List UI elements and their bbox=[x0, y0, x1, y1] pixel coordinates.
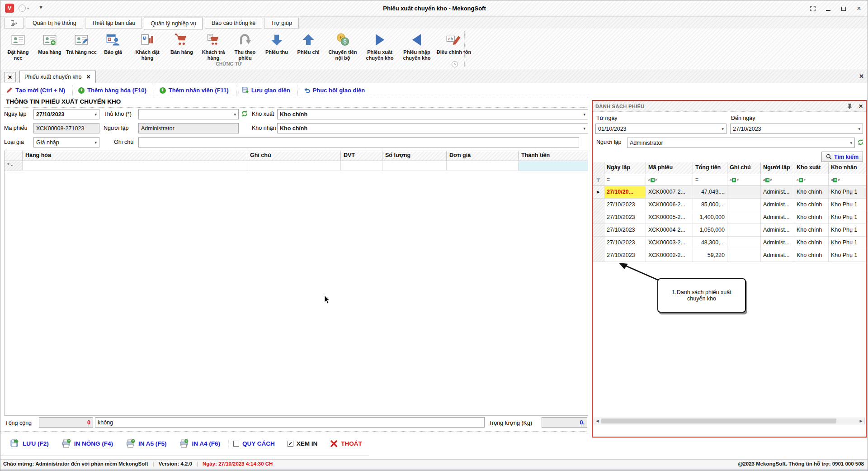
exit-button[interactable]: THOÁT bbox=[326, 440, 370, 447]
ribbon-item-phieu-xuat-chuyen-kho[interactable]: Phiếu xuất chuyển kho bbox=[361, 31, 398, 62]
refresh-icon[interactable] bbox=[857, 139, 864, 147]
den-ngay-field[interactable]: 27/10/2023 ▾ bbox=[730, 124, 863, 134]
ribbon-item-khach-tra-hang[interactable]: Khách trả hàng bbox=[198, 31, 229, 62]
menu-tab-quan-ly-nghiep-vu[interactable]: Quản lý nghiệp vụ bbox=[144, 18, 203, 29]
grid-col-dvt[interactable]: ĐVT bbox=[341, 151, 382, 161]
close-button[interactable]: × bbox=[855, 5, 863, 13]
close-tab-icon[interactable]: ✕ bbox=[86, 74, 90, 80]
ghi-chu-field[interactable] bbox=[138, 137, 579, 147]
ribbon-item-chuyen-tien-noi-bo[interactable]: €$ Chuyển tiền nội bộ bbox=[324, 31, 361, 62]
ribbon-item-thu-theo-phieu[interactable]: Thu theo phiếu bbox=[229, 31, 261, 62]
xem-in-checkbox[interactable]: ✓ XEM IN bbox=[283, 440, 326, 447]
col-tong-tien[interactable]: Tổng tiền bbox=[693, 162, 727, 174]
menu-tab-quan-tri-he-thong[interactable]: Quản trị hệ thống bbox=[26, 18, 83, 29]
chevron-down-icon[interactable]: ▾ bbox=[234, 112, 236, 117]
col-kho-nhan[interactable]: Kho nhận bbox=[829, 162, 866, 174]
filter-ghi-chu[interactable]: abc bbox=[727, 174, 761, 186]
filter-nguoi-lap[interactable]: abc bbox=[761, 174, 794, 186]
pin-icon[interactable] bbox=[847, 103, 852, 109]
print-hot-button[interactable]: ? IN NÓNG (F4) bbox=[57, 439, 121, 448]
save-layout-button[interactable]: Lưu giao diện bbox=[236, 86, 298, 95]
ribbon-item-khach-dat-hang[interactable]: Khách đặt hàng bbox=[129, 31, 166, 62]
tab-strip-close-button[interactable]: ✕ bbox=[859, 73, 864, 80]
new-record-button[interactable]: Tạo mới (Ctrl + N) bbox=[5, 86, 73, 95]
scrollbar-thumb[interactable] bbox=[601, 419, 836, 423]
save-button[interactable]: LƯU (F2) bbox=[6, 439, 57, 448]
quy-cach-checkbox[interactable]: QUY CÁCH bbox=[228, 440, 283, 447]
chevron-down-icon[interactable]: ▾ bbox=[583, 112, 585, 117]
chevron-down-icon[interactable]: ▾ bbox=[850, 141, 852, 145]
ribbon-item-bao-gia[interactable]: Báo giá bbox=[97, 31, 129, 56]
filter-kho-nhan[interactable]: abc bbox=[829, 174, 866, 186]
chevron-down-icon[interactable]: ▾ bbox=[583, 126, 585, 131]
chevron-down-icon[interactable]: ▾ bbox=[722, 127, 724, 131]
tu-ngay-field[interactable]: 01/10/2023 ▾ bbox=[595, 124, 726, 134]
restore-layout-button[interactable]: Phục hồi giao diện bbox=[298, 86, 373, 95]
menu-tab-bao-cao-thong-ke[interactable]: Báo cáo thống kê bbox=[205, 18, 262, 29]
checkbox-checked-icon[interactable]: ✓ bbox=[288, 441, 293, 447]
filter-kho-xuat[interactable]: abc bbox=[794, 174, 829, 186]
ribbon-item-phieu-nhap-chuyen-kho[interactable]: Phiếu nhập chuyển kho bbox=[398, 31, 435, 62]
ribbon-item-dieu-chinh-ton[interactable]: ab Điều chỉnh tồn bbox=[435, 31, 472, 56]
grid-col-thanh-tien[interactable]: Thành tiền bbox=[519, 151, 588, 161]
menu-launcher-button[interactable]: ▾ bbox=[4, 18, 24, 29]
ribbon-collapse-button[interactable]: ˄ bbox=[452, 61, 458, 67]
panel-close-icon[interactable]: ✕ bbox=[859, 103, 863, 109]
checkbox-unchecked-icon[interactable] bbox=[233, 441, 239, 447]
plus-icon: + bbox=[78, 87, 85, 94]
panel-horizontal-scrollbar[interactable]: ◀ ▶ bbox=[594, 418, 865, 424]
grid-col-hang-hoa[interactable]: Hàng hóa bbox=[23, 151, 247, 161]
filter-ngay-lap[interactable]: = bbox=[604, 174, 646, 186]
grid-new-row-cell-thanh-tien[interactable] bbox=[519, 161, 588, 171]
col-kho-xuat[interactable]: Kho xuất bbox=[794, 162, 829, 174]
ngay-lap-field[interactable]: 27/10/2023 ▾ bbox=[33, 109, 99, 119]
kho-nhan-field[interactable]: Kho chính ▾ bbox=[277, 123, 588, 133]
minimize-button[interactable] bbox=[824, 5, 832, 13]
panel-nguoi-lap-field[interactable]: Administrator ▾ bbox=[627, 138, 855, 148]
add-employee-button[interactable]: + Thêm nhân viên (F11) bbox=[154, 86, 236, 95]
menu-tab-thiet-lap-ban-dau[interactable]: Thiết lập ban đầu bbox=[85, 18, 142, 29]
chevron-down-icon[interactable]: ▾ bbox=[858, 127, 860, 131]
refresh-icon[interactable] bbox=[241, 110, 248, 119]
ribbon-item-phieu-thu[interactable]: Phiếu thu bbox=[261, 31, 292, 56]
chevron-down-icon[interactable]: ▾ bbox=[94, 140, 97, 145]
grid-col-ghi-chu[interactable]: Ghi chú bbox=[247, 151, 341, 161]
filter-ma-phieu[interactable]: abc bbox=[646, 174, 693, 186]
col-nguoi-lap[interactable]: Người lập bbox=[761, 162, 794, 174]
filter-tong-tien[interactable]: = bbox=[693, 174, 727, 186]
note-field[interactable]: không bbox=[95, 417, 485, 428]
grid-new-row-cell[interactable] bbox=[382, 161, 447, 171]
close-all-tabs-button[interactable]: ✕ bbox=[4, 72, 16, 82]
add-product-button[interactable]: + Thêm hàng hóa (F10) bbox=[73, 86, 154, 95]
menu-tab-tro-giup[interactable]: Trợ giúp bbox=[264, 18, 299, 29]
loai-gia-field[interactable]: Giá nhập ▾ bbox=[33, 137, 99, 147]
maximize-button[interactable] bbox=[840, 5, 848, 13]
ribbon-item-ban-hang[interactable]: Bán hàng bbox=[166, 31, 198, 56]
grid-new-row-cell[interactable] bbox=[341, 161, 382, 171]
grid-new-row-cell[interactable] bbox=[247, 161, 341, 171]
grid-new-row-cell[interactable] bbox=[447, 161, 519, 171]
ribbon-item-mua-hang[interactable]: Mua hàng bbox=[34, 31, 66, 56]
grid-col-so-luong[interactable]: Số lượng bbox=[382, 151, 447, 161]
ribbon-item-dat-hang-ncc[interactable]: Đặt hàng ncc bbox=[2, 31, 34, 62]
kho-xuat-field[interactable]: Kho chính ▾ bbox=[277, 109, 588, 119]
grid-new-row-cell[interactable] bbox=[23, 161, 247, 171]
search-button[interactable]: Tìm kiếm bbox=[821, 152, 863, 162]
print-a5-button[interactable]: ? IN A5 (F5) bbox=[121, 439, 175, 448]
ribbon-item-phieu-chi[interactable]: Phiếu chi bbox=[292, 31, 324, 56]
document-tab-phieu-xuat-chuyen-kho[interactable]: Phiếu xuất chuyển kho ✕ bbox=[19, 71, 96, 83]
grid-col-don-gia[interactable]: Đơn giá bbox=[447, 151, 519, 161]
col-ma-phieu[interactable]: Mã phiếu bbox=[646, 162, 693, 174]
fullscreen-button[interactable] bbox=[809, 5, 817, 13]
grid-indicator-header bbox=[5, 151, 23, 161]
ribbon-item-tra-hang-ncc[interactable]: Trả hàng ncc bbox=[66, 31, 97, 56]
col-ngay-lap[interactable]: Ngày lập bbox=[604, 162, 646, 174]
scroll-right-icon[interactable]: ▶ bbox=[858, 418, 864, 424]
chevron-down-icon[interactable]: ▾ bbox=[94, 112, 97, 117]
svg-text:?: ? bbox=[68, 439, 70, 442]
abc-filter-icon: abc bbox=[648, 178, 657, 182]
col-ghi-chu[interactable]: Ghi chú bbox=[727, 162, 761, 174]
print-a4-button[interactable]: ? IN A4 (F6) bbox=[175, 439, 228, 448]
thu-kho-field[interactable]: ▾ bbox=[138, 109, 239, 119]
scroll-left-icon[interactable]: ◀ bbox=[594, 418, 601, 424]
